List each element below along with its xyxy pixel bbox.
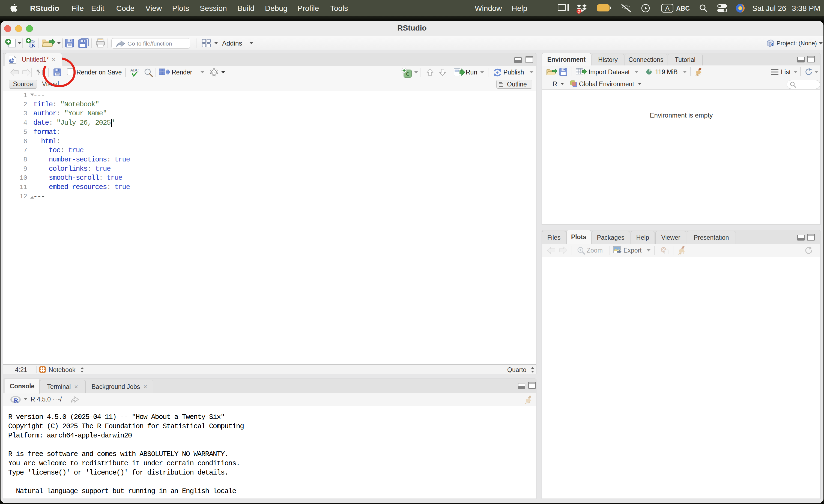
svg-text:R: R	[32, 43, 35, 47]
svg-text:C: C	[406, 71, 409, 78]
svg-text:R: R	[770, 42, 773, 47]
svg-text:ABC: ABC	[130, 68, 139, 72]
svg-text:A: A	[665, 5, 670, 12]
svg-text:2: 2	[578, 9, 580, 14]
svg-text:R: R	[14, 397, 18, 404]
